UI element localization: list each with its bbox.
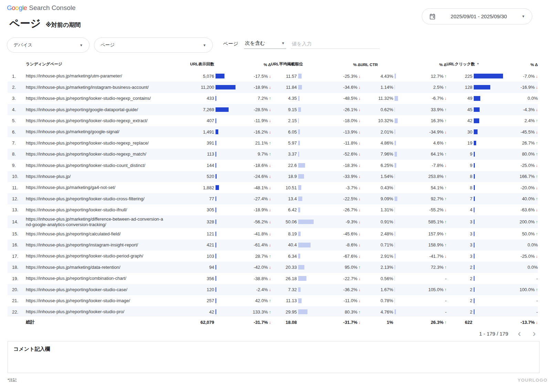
avg-position-bar-cell <box>297 141 316 146</box>
impressions-bar-cell <box>214 298 238 303</box>
table-row[interactable]: 16.https://inhouse-plus.jp/reporting/ins… <box>8 240 538 251</box>
landing-page-url: https://inhouse-plus.jp/marketing/utm-pa… <box>25 72 169 80</box>
down-arrow-icon: ↓ <box>536 107 538 112</box>
table-row[interactable]: 15.https://inhouse-plus.jp/reporting/cal… <box>8 228 538 239</box>
date-range-control[interactable]: 2025/09/01 - 2025/09/30 ▼ <box>422 8 532 24</box>
ctr-delta: - <box>398 276 447 281</box>
table-row[interactable]: 8.https://inhouse-plus.jp/reporting/look… <box>8 149 538 160</box>
impressions-bar-cell <box>214 309 238 314</box>
table-row[interactable]: 7.https://inhouse-plus.jp/reporting/look… <box>8 137 538 148</box>
impressions-bar <box>216 254 216 258</box>
table-row[interactable]: 21.https://inhouse-plus.jp/reporting/loo… <box>8 295 538 306</box>
condition-filter: ページ 次を含む ▼ <box>223 40 380 50</box>
table-row[interactable]: 11.https://inhouse-plus.jp/marketing/ga4… <box>8 182 538 193</box>
landing-page-url: https://inhouse-plus.jp/reporting/looker… <box>25 308 169 316</box>
avg-position-delta: 80.3%↑ <box>316 309 360 315</box>
clicks-bar <box>474 141 476 146</box>
header-clicks-delta[interactable]: % Δ <box>505 63 538 67</box>
table-row[interactable]: 18.https://inhouse-plus.jp/marketing/dat… <box>8 262 538 273</box>
avg-position-delta: -11.8%↓ <box>316 140 360 146</box>
header-impressions[interactable]: URL表示回数 <box>169 62 214 67</box>
avg-position-value: 6.05 <box>271 129 297 135</box>
table-row[interactable]: 22.https://inhouse-plus.jp/reporting/loo… <box>8 306 538 316</box>
clicks-bar-cell <box>472 152 505 157</box>
condition-value-input[interactable] <box>291 41 380 49</box>
table-row[interactable]: 1.https://inhouse-plus.jp/marketing/utm-… <box>8 71 538 82</box>
clicks-delta: -7.0%↓ <box>505 74 538 79</box>
ctr-bar <box>395 287 395 292</box>
table-row[interactable]: 10.https://inhouse-plus.jp/520-24.6%↓18.… <box>8 171 538 182</box>
next-page-button[interactable]: › <box>531 330 538 337</box>
clicks-bar <box>474 265 474 270</box>
table-row[interactable]: 14.https://inhouse-plus.jp/marketing/dif… <box>8 215 538 228</box>
previous-page-button[interactable]: ‹ <box>516 330 523 337</box>
row-index: 7. <box>8 140 25 146</box>
landing-page-url: https://inhouse-plus.jp/reporting/looker… <box>25 162 169 169</box>
table-row[interactable]: 4.https://inhouse-plus.jp/reporting/goog… <box>8 104 538 115</box>
impressions-delta: -56.2%↓ <box>238 219 271 224</box>
down-arrow-icon: ↓ <box>536 85 538 90</box>
table-row[interactable]: 3.https://inhouse-plus.jp/reporting/look… <box>8 93 538 104</box>
row-index: 16. <box>8 242 25 247</box>
chevron-down-icon: ▼ <box>203 43 206 47</box>
ctr-delta: 4.6%↑ <box>398 140 447 146</box>
clicks-bar <box>474 197 475 201</box>
impressions-delta: -2.4%↓ <box>238 287 271 292</box>
avg-position-bar-cell <box>297 185 316 190</box>
ctr-bar <box>395 243 395 247</box>
impressions-bar-cell <box>214 185 238 190</box>
clicks-value: 2 <box>447 309 472 315</box>
table-row[interactable]: 9.https://inhouse-plus.jp/reporting/look… <box>8 160 538 171</box>
header-ctr-delta[interactable]: % Δ <box>398 63 447 67</box>
avg-position-value: 13.4 <box>271 196 297 201</box>
clicks-bar-cell <box>472 287 505 292</box>
impressions-bar-cell <box>214 129 238 134</box>
header-avg-position[interactable]: URL平均掲載順位 <box>271 62 316 67</box>
table-row[interactable]: 12.https://inhouse-plus.jp/reporting/loo… <box>8 193 538 204</box>
landing-page-url: https://inhouse-plus.jp/reporting/looker… <box>25 195 169 203</box>
header-url-clicks[interactable]: URLクリック数▼ <box>447 62 505 67</box>
impressions-delta: 21.1%↑ <box>238 140 271 146</box>
device-filter-dropdown[interactable]: デバイス ▼ <box>7 38 90 53</box>
ctr-bar <box>395 220 395 224</box>
table-row[interactable]: 2.https://inhouse-plus.jp/marketing/inst… <box>8 82 538 93</box>
avg-position-bar <box>298 107 301 112</box>
avg-position-bar-cell <box>297 276 316 281</box>
header-landing-page[interactable]: ランディングページ <box>25 62 169 67</box>
avg-position-value: 50.06 <box>271 219 297 224</box>
up-arrow-icon: ↑ <box>536 141 538 146</box>
avg-position-bar-cell <box>297 208 316 212</box>
impressions-bar <box>216 298 216 303</box>
impressions-bar-cell <box>214 220 238 224</box>
table-row[interactable]: 6.https://inhouse-plus.jp/marketing/goog… <box>8 126 538 137</box>
clicks-bar <box>474 152 475 157</box>
clicks-value: 8 <box>447 174 472 179</box>
landing-page-url: https://inhouse-plus.jp/reporting/looker… <box>25 206 169 214</box>
row-index: 12. <box>8 196 25 201</box>
page-filter-dropdown[interactable]: ページ ▼ <box>94 38 213 53</box>
impressions-bar <box>216 287 216 292</box>
header-impressions-delta[interactable]: % Δ <box>238 63 271 67</box>
up-arrow-icon: ↑ <box>536 287 538 292</box>
ctr-bar-cell <box>393 174 398 179</box>
impressions-value: 7,269 <box>169 107 214 112</box>
table-row[interactable]: 5.https://inhouse-plus.jp/reporting/look… <box>8 115 538 126</box>
clicks-bar-cell <box>472 243 505 247</box>
row-index: 3. <box>8 96 25 101</box>
comment-box[interactable]: コメント記入欄 <box>8 341 540 373</box>
ctr-bar-cell <box>393 287 398 292</box>
header-url-ctr[interactable]: URL CTR <box>360 63 398 67</box>
down-arrow-icon: ↓ <box>536 254 538 259</box>
table-row[interactable]: 17.https://inhouse-plus.jp/reporting/loo… <box>8 251 538 262</box>
header-position-delta[interactable]: % Δ <box>316 63 360 67</box>
condition-operator-dropdown[interactable]: 次を含む ▼ <box>244 40 286 49</box>
ctr-value: 9.09% <box>360 196 393 201</box>
impressions-delta: 28.7%↑ <box>238 254 271 259</box>
table-row[interactable]: 20.https://inhouse-plus.jp/reporting/loo… <box>8 284 538 295</box>
avg-position-delta: -9.3%↓ <box>316 219 360 224</box>
impressions-bar <box>216 74 224 78</box>
table-row[interactable]: 19.https://inhouse-plus.jp/reporting/com… <box>8 273 538 284</box>
landing-page-url: https://inhouse-plus.jp/reporting/looker… <box>25 286 169 294</box>
landing-page-url: https://inhouse-plus.jp/reporting/looker… <box>25 95 169 102</box>
table-row[interactable]: 13.https://inhouse-plus.jp/reporting/loo… <box>8 204 538 215</box>
